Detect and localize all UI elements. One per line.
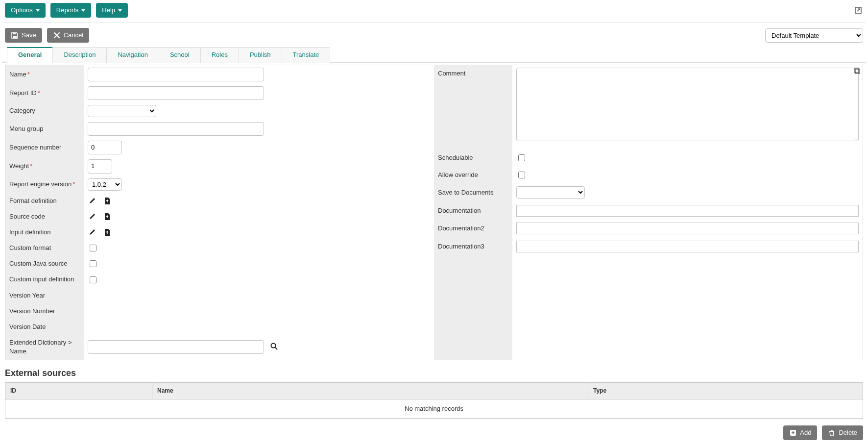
save-label: Save — [22, 31, 36, 40]
label-report-id: Report ID* — [5, 84, 84, 102]
menu-group-input[interactable] — [88, 122, 264, 136]
cancel-label: Cancel — [64, 31, 83, 40]
pencil-icon — [89, 228, 96, 236]
caret-down-icon — [118, 9, 122, 12]
external-sources-empty-row: No matching records — [5, 399, 863, 418]
popout-icon[interactable] — [853, 5, 863, 15]
label-name: Name* — [5, 65, 84, 84]
label-schedulable: Schedulable — [434, 149, 512, 167]
extended-dictionary-name-input[interactable] — [88, 340, 264, 354]
tab-publish[interactable]: Publish — [239, 47, 282, 62]
external-sources-table: ID Name Type No matching records — [5, 382, 863, 419]
comment-textarea[interactable] — [516, 68, 859, 141]
column-header-id[interactable]: ID — [5, 383, 152, 399]
version-year-value — [84, 288, 434, 303]
label-custom-input-definition: Custom input definition — [5, 272, 84, 287]
label-report-engine-version: Report engine version* — [5, 176, 84, 193]
documentation-input[interactable] — [516, 205, 859, 217]
label-comment: Comment — [434, 65, 512, 149]
custom-format-checkbox[interactable] — [90, 245, 96, 251]
caret-down-icon — [36, 9, 40, 12]
label-input-definition: Input definition — [5, 224, 84, 240]
tab-roles[interactable]: Roles — [200, 47, 239, 62]
cancel-button[interactable]: Cancel — [47, 28, 89, 43]
input-definition-edit-button[interactable] — [88, 227, 97, 237]
save-to-documents-select[interactable] — [516, 186, 585, 199]
external-sources-actions: Add Delete — [2, 419, 866, 447]
column-header-type[interactable]: Type — [588, 383, 863, 399]
version-date-value — [84, 319, 434, 335]
schedulable-checkbox[interactable] — [518, 154, 525, 161]
options-label: Options — [11, 6, 33, 15]
file-upload-icon — [103, 197, 111, 205]
label-save-to-documents: Save to Documents — [434, 183, 512, 201]
pencil-icon — [89, 213, 96, 221]
template-select[interactable]: Default Template — [765, 28, 863, 43]
tab-general[interactable]: General — [7, 47, 53, 62]
extended-dictionary-search-button[interactable] — [269, 341, 280, 353]
label-version-date: Version Date — [5, 319, 84, 335]
copy-icon[interactable] — [853, 67, 861, 77]
form-right-column: Comment Schedulable Allow override Save … — [434, 65, 863, 360]
documentation2-input[interactable] — [516, 223, 859, 234]
delete-label: Delete — [839, 428, 857, 437]
file-upload-icon — [103, 228, 111, 236]
label-documentation3: Documentation3 — [434, 238, 512, 256]
action-bar: Save Cancel Default Template — [2, 23, 866, 47]
plus-icon — [789, 429, 797, 437]
label-custom-format: Custom format — [5, 240, 84, 256]
file-upload-icon — [103, 213, 111, 221]
tab-description[interactable]: Description — [52, 47, 107, 62]
label-menu-group: Menu group — [5, 120, 84, 138]
reports-label: Reports — [56, 6, 79, 15]
custom-input-definition-checkbox[interactable] — [90, 276, 96, 283]
tab-navigation[interactable]: Navigation — [106, 47, 159, 62]
form-left-column: Name* Report ID* Category Menu group Seq… — [5, 65, 434, 360]
label-allow-override: Allow override — [434, 167, 512, 184]
allow-override-checkbox[interactable] — [518, 172, 525, 178]
right-column-filler — [512, 255, 863, 359]
custom-java-source-checkbox[interactable] — [90, 260, 96, 267]
label-sequence-number: Sequence number — [5, 138, 84, 157]
sequence-number-input[interactable] — [88, 141, 122, 154]
label-documentation2: Documentation2 — [434, 220, 512, 238]
tab-translate[interactable]: Translate — [282, 47, 331, 62]
input-definition-upload-button[interactable] — [102, 227, 112, 237]
format-definition-edit-button[interactable] — [88, 196, 97, 206]
version-number-value — [84, 303, 434, 319]
column-header-name[interactable]: Name — [152, 383, 588, 399]
source-code-upload-button[interactable] — [102, 212, 112, 222]
label-version-number: Version Number — [5, 303, 84, 319]
weight-input[interactable] — [88, 159, 112, 173]
tab-school[interactable]: School — [159, 47, 201, 62]
close-icon — [53, 31, 61, 39]
save-button[interactable]: Save — [5, 28, 42, 43]
name-input[interactable] — [88, 68, 264, 81]
right-column-filler-label — [434, 255, 512, 359]
label-category: Category — [5, 102, 84, 120]
documentation3-input[interactable] — [516, 241, 859, 252]
help-menu-button[interactable]: Help — [96, 3, 128, 18]
add-label: Add — [800, 428, 811, 437]
label-source-code: Source code — [5, 209, 84, 224]
label-format-definition: Format definition — [5, 193, 84, 209]
report-id-input[interactable] — [88, 86, 264, 100]
report-engine-version-select[interactable]: 1.0.2 — [88, 178, 122, 191]
reports-menu-button[interactable]: Reports — [50, 3, 92, 18]
external-sources-header-row: ID Name Type — [5, 383, 863, 399]
form-panel: Name* Report ID* Category Menu group Seq… — [5, 65, 863, 360]
label-weight: Weight* — [5, 157, 84, 175]
caret-down-icon — [81, 9, 85, 12]
category-select[interactable] — [88, 105, 156, 117]
tab-strip: GeneralDescriptionNavigationSchoolRolesP… — [2, 47, 866, 62]
label-version-year: Version Year — [5, 288, 84, 303]
format-definition-upload-button[interactable] — [102, 196, 112, 206]
options-menu-button[interactable]: Options — [5, 3, 46, 18]
trash-icon — [828, 429, 836, 437]
source-code-edit-button[interactable] — [88, 212, 97, 222]
delete-button[interactable]: Delete — [822, 425, 863, 440]
search-icon — [270, 342, 279, 351]
pencil-icon — [89, 197, 96, 205]
add-button[interactable]: Add — [783, 425, 817, 440]
save-icon — [11, 31, 19, 39]
